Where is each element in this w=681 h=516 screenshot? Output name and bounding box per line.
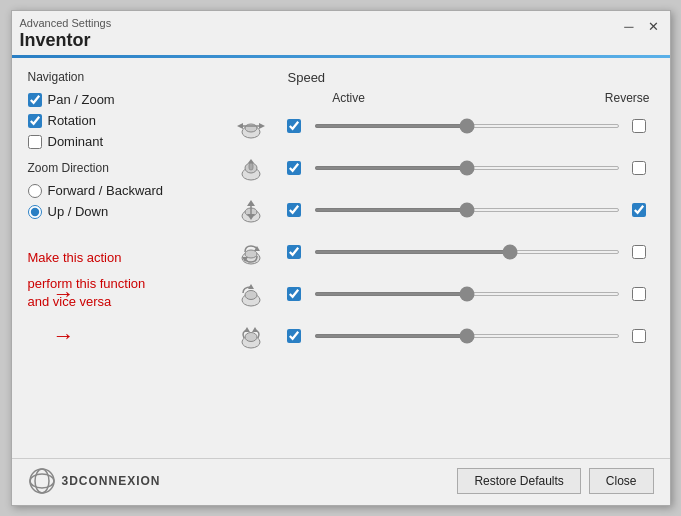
slider-container-6 — [314, 334, 620, 338]
slider-container-1 — [314, 124, 620, 128]
speed-header: Speed — [228, 70, 654, 85]
main-window: Advanced Settings Inventor ─ ✕ Navigatio… — [11, 10, 671, 506]
reverse-check-1 — [624, 119, 654, 133]
reverse-check-4 — [624, 245, 654, 259]
speed-row-2 — [228, 151, 654, 185]
speed-row-3 — [228, 193, 654, 227]
slider-container-2 — [314, 166, 620, 170]
active-check-6 — [274, 329, 314, 343]
titlebar: Advanced Settings Inventor ─ ✕ — [12, 11, 670, 51]
label-forward-backward: Forward / Backward — [48, 183, 164, 198]
checkbox-rotation[interactable] — [28, 114, 42, 128]
svg-point-15 — [245, 250, 257, 258]
svg-marker-8 — [248, 159, 254, 163]
reverse-checkbox-4[interactable] — [632, 245, 646, 259]
slider-4[interactable] — [314, 250, 620, 254]
active-check-2 — [274, 161, 314, 175]
slider-container-5 — [314, 292, 620, 296]
active-check-4 — [274, 245, 314, 259]
active-checkbox-2[interactable] — [287, 161, 301, 175]
restore-defaults-button[interactable]: Restore Defaults — [457, 468, 580, 494]
navigation-section-title: Navigation — [28, 70, 228, 84]
active-checkbox-5[interactable] — [287, 287, 301, 301]
radio-forward-backward[interactable] — [28, 184, 42, 198]
label-rotation: Rotation — [48, 113, 96, 128]
checkbox-row-rotation: Rotation — [28, 113, 228, 128]
label-pan-zoom: Pan / Zoom — [48, 92, 115, 107]
checkbox-row-pan-zoom: Pan / Zoom — [28, 92, 228, 107]
reverse-checkbox-2[interactable] — [632, 161, 646, 175]
svg-marker-3 — [259, 123, 265, 129]
nav-icon-4 — [228, 235, 274, 269]
title-group: Advanced Settings Inventor — [20, 17, 112, 51]
active-checkbox-4[interactable] — [287, 245, 301, 259]
slider-3[interactable] — [314, 208, 620, 212]
main-content: Navigation Pan / Zoom Rotation Dominant … — [12, 58, 670, 458]
nav-icon-5 — [228, 277, 274, 311]
checkbox-row-dominant: Dominant — [28, 134, 228, 149]
arrow-icon-1: → — [53, 281, 75, 307]
speed-row-6: → — [228, 319, 654, 353]
reverse-checkbox-5[interactable] — [632, 287, 646, 301]
label-dominant: Dominant — [48, 134, 104, 149]
col-reverse-label: Reverse — [605, 91, 650, 105]
logo-icon — [28, 467, 56, 495]
active-checkbox-1[interactable] — [287, 119, 301, 133]
footer-buttons: Restore Defaults Close — [457, 468, 653, 494]
svg-marker-24 — [252, 327, 258, 332]
left-panel: Navigation Pan / Zoom Rotation Dominant … — [28, 70, 228, 446]
annotation-line2: perform this function — [28, 275, 146, 293]
svg-point-26 — [35, 469, 49, 493]
svg-point-1 — [245, 124, 257, 132]
speed-row-5: → — [228, 277, 654, 311]
svg-marker-23 — [244, 327, 250, 332]
active-check-1 — [274, 119, 314, 133]
logo-text: 3DCONNEXION — [62, 474, 161, 488]
svg-point-22 — [245, 333, 257, 342]
nav-icon-6 — [228, 319, 274, 353]
active-check-5 — [274, 287, 314, 301]
svg-point-27 — [30, 474, 54, 488]
slider-1[interactable] — [314, 124, 620, 128]
reverse-checkbox-1[interactable] — [632, 119, 646, 133]
checkbox-dominant[interactable] — [28, 135, 42, 149]
svg-point-25 — [30, 469, 54, 493]
reverse-check-6 — [624, 329, 654, 343]
active-checkbox-6[interactable] — [287, 329, 301, 343]
footer-logo: 3DCONNEXION — [28, 467, 161, 495]
reverse-checkbox-3[interactable] — [632, 203, 646, 217]
radio-row-forward: Forward / Backward — [28, 183, 228, 198]
svg-marker-2 — [237, 123, 243, 129]
speed-row-4 — [228, 235, 654, 269]
zoom-direction-title: Zoom Direction — [28, 161, 228, 175]
reverse-check-3 — [624, 203, 654, 217]
radio-up-down[interactable] — [28, 205, 42, 219]
active-checkbox-3[interactable] — [287, 203, 301, 217]
close-button-footer[interactable]: Close — [589, 468, 654, 494]
minimize-button[interactable]: ─ — [621, 19, 636, 34]
col-active-label: Active — [324, 91, 374, 105]
slider-container-3 — [314, 208, 620, 212]
right-panel: Speed Active Reverse — [228, 70, 654, 446]
reverse-checkbox-6[interactable] — [632, 329, 646, 343]
svg-marker-11 — [247, 200, 255, 206]
slider-5[interactable] — [314, 292, 620, 296]
footer: 3DCONNEXION Restore Defaults Close — [12, 458, 670, 505]
reverse-check-2 — [624, 161, 654, 175]
window-title: Inventor — [20, 30, 112, 51]
svg-point-19 — [245, 291, 257, 300]
zoom-direction-group: Zoom Direction Forward / Backward Up / D… — [28, 161, 228, 219]
radio-row-updown: Up / Down — [28, 204, 228, 219]
close-button[interactable]: ✕ — [645, 19, 662, 34]
nav-icon-2 — [228, 151, 274, 185]
slider-6[interactable] — [314, 334, 620, 338]
arrow-icon-2: → — [53, 323, 75, 349]
speed-col-headers: Active Reverse — [228, 91, 654, 105]
label-up-down: Up / Down — [48, 204, 109, 219]
nav-icon-3 — [228, 193, 274, 227]
checkbox-pan-zoom[interactable] — [28, 93, 42, 107]
annotation-line1: Make this action — [28, 249, 122, 267]
slider-2[interactable] — [314, 166, 620, 170]
active-check-3 — [274, 203, 314, 217]
speed-row-1 — [228, 109, 654, 143]
